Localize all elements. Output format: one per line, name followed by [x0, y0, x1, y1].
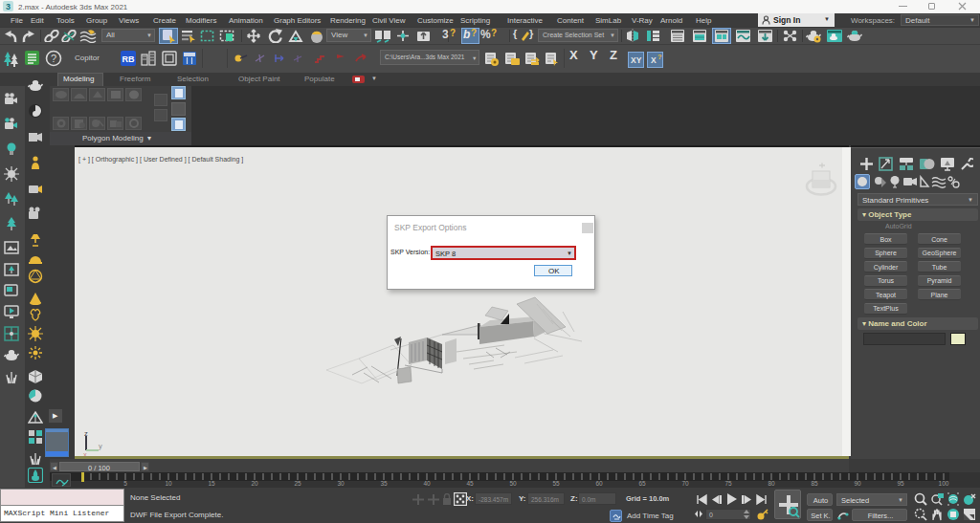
svg-text:RB: RB — [122, 54, 135, 64]
svg-text:z: z — [84, 430, 88, 438]
svg-text:3: 3 — [6, 2, 11, 11]
svg-text:?: ? — [51, 53, 56, 64]
svg-text:y: y — [99, 442, 102, 450]
